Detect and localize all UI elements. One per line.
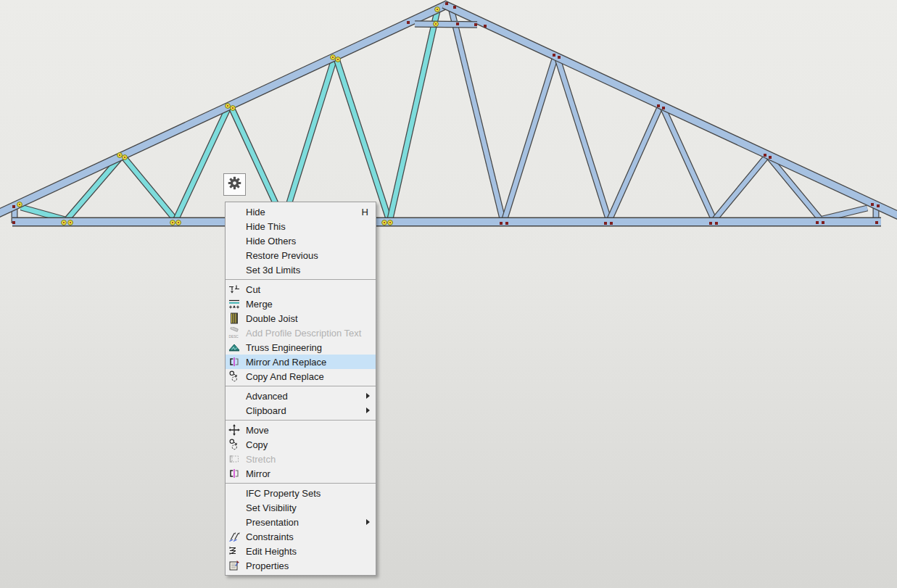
context-gear-button[interactable] — [223, 173, 246, 196]
truss-node[interactable] — [877, 204, 880, 207]
truss-node[interactable] — [12, 221, 15, 224]
truss-node[interactable] — [822, 221, 824, 224]
truss-node[interactable] — [474, 23, 477, 26]
menu-item-label: Edit Heights — [246, 546, 370, 557]
truss-node-center — [435, 23, 437, 25]
menu-item-copy[interactable]: Copy — [226, 437, 376, 452]
menu-item-hide[interactable]: HideH — [226, 204, 376, 219]
gear-icon — [228, 176, 241, 193]
menu-item-double-joist[interactable]: Double Joist — [226, 311, 376, 326]
stretch-icon — [228, 453, 244, 465]
truss-node[interactable] — [453, 6, 456, 9]
truss-node[interactable] — [657, 104, 660, 107]
menu-item-hide-this[interactable]: Hide This — [226, 219, 376, 233]
menu-item-constraints[interactable]: Constraints — [226, 529, 376, 544]
menu-item-label: Move — [246, 425, 370, 436]
menu-item-copy-and-replace[interactable]: Copy And Replace — [226, 369, 376, 384]
menu-item-label: Clipboard — [246, 405, 366, 416]
truss-node[interactable] — [445, 2, 448, 5]
truss-node[interactable] — [764, 154, 766, 157]
menu-item-ifc-property-sets[interactable]: IFC Property Sets — [226, 486, 376, 500]
truss-node[interactable] — [12, 205, 15, 208]
menu-item-label: IFC Property Sets — [246, 488, 370, 499]
menu-item-mirror[interactable]: Mirror — [226, 466, 376, 481]
no-icon — [228, 405, 244, 416]
truss-node[interactable] — [875, 221, 878, 224]
menu-item-properties[interactable]: Properties — [226, 558, 376, 573]
menu-item-cut[interactable]: Cut — [226, 282, 376, 297]
truss-node[interactable] — [505, 222, 508, 225]
truss-node[interactable] — [769, 156, 772, 159]
truss-node[interactable] — [604, 222, 607, 225]
menu-item-move[interactable]: Move — [226, 423, 376, 437]
menu-item-hide-others[interactable]: Hide Others — [226, 233, 376, 248]
truss-node-center — [337, 59, 339, 60]
menu-item-label: Merge — [246, 299, 370, 310]
menu-item-label: Constraints — [246, 531, 370, 542]
menu-item-add-profile-description-text: DESCAdd Profile Description Text — [226, 326, 376, 340]
truss-node-center — [437, 9, 438, 10]
truss-member[interactable] — [558, 59, 608, 219]
truss-node[interactable] — [558, 56, 561, 59]
truss-node[interactable] — [715, 222, 718, 225]
truss-member[interactable] — [284, 59, 334, 219]
desc-icon: DESC — [228, 327, 244, 339]
truss-member[interactable] — [336, 59, 389, 219]
truss-node[interactable] — [662, 107, 665, 109]
menu-item-label: Cut — [246, 284, 370, 295]
truss-node[interactable] — [871, 203, 874, 206]
truss-node[interactable] — [816, 221, 819, 224]
menu-item-label: Truss Engineering — [246, 342, 370, 353]
truss-node[interactable] — [553, 54, 555, 57]
merge-icon — [228, 298, 244, 310]
truss-member[interactable] — [610, 107, 660, 219]
truss-node-center — [332, 57, 334, 58]
truss-node-center — [172, 222, 173, 223]
truss-node[interactable] — [456, 22, 459, 25]
menu-item-advanced[interactable]: Advanced — [226, 389, 376, 403]
no-icon — [228, 235, 244, 247]
no-icon — [228, 220, 244, 232]
no-icon — [228, 487, 244, 499]
truss-member[interactable] — [390, 11, 437, 219]
menu-item-mirror-and-replace[interactable]: Mirror And Replace — [226, 355, 376, 369]
menu-group: CutMergeDouble JoistDESCAdd Profile Desc… — [226, 280, 376, 386]
menu-item-label: Hide Others — [246, 236, 370, 247]
truss-node-center — [389, 222, 391, 223]
mirror-icon — [228, 356, 244, 368]
menu-item-label: Double Joist — [246, 313, 370, 324]
submenu-arrow-icon — [366, 393, 370, 399]
move-icon — [228, 424, 244, 436]
menu-item-label: Mirror And Replace — [246, 357, 370, 368]
menu-item-label: Stretch — [246, 454, 370, 465]
menu-item-clipboard[interactable]: Clipboard — [226, 403, 376, 418]
menu-item-presentation[interactable]: Presentation — [226, 515, 376, 529]
no-icon — [228, 206, 244, 218]
menu-item-stretch: Stretch — [226, 452, 376, 466]
truss-node[interactable] — [484, 25, 487, 28]
menu-item-edit-heights[interactable]: Edit Heights — [226, 544, 376, 558]
edit-heights-icon — [228, 545, 244, 557]
cad-viewport: HideHHide ThisHide OthersRestore Previou… — [0, 0, 897, 588]
menu-item-label: Add Profile Description Text — [246, 328, 370, 339]
truss-member[interactable] — [715, 157, 766, 219]
truss-node[interactable] — [500, 222, 503, 225]
no-icon — [228, 264, 244, 276]
truss-node[interactable] — [610, 222, 613, 225]
truss-member[interactable] — [451, 8, 503, 219]
menu-item-truss-engineering[interactable]: Truss Engineering — [226, 340, 376, 355]
truss-member[interactable] — [415, 24, 477, 25]
menu-item-restore-previous[interactable]: Restore Previous — [226, 248, 376, 262]
truss-node[interactable] — [709, 222, 712, 225]
menu-item-merge[interactable]: Merge — [226, 297, 376, 311]
truss-node[interactable] — [407, 21, 410, 24]
truss-member[interactable] — [505, 59, 555, 219]
truss-member[interactable] — [123, 157, 175, 219]
menu-item-set-3d-limits[interactable]: Set 3d Limits — [226, 262, 376, 277]
no-icon — [228, 390, 244, 402]
menu-item-set-visibility[interactable]: Set Visibility — [226, 500, 376, 515]
truss-drawing — [0, 0, 897, 588]
submenu-arrow-icon — [366, 519, 370, 525]
menu-group: AdvancedClipboard — [226, 386, 376, 420]
truss-node-center — [19, 204, 20, 205]
